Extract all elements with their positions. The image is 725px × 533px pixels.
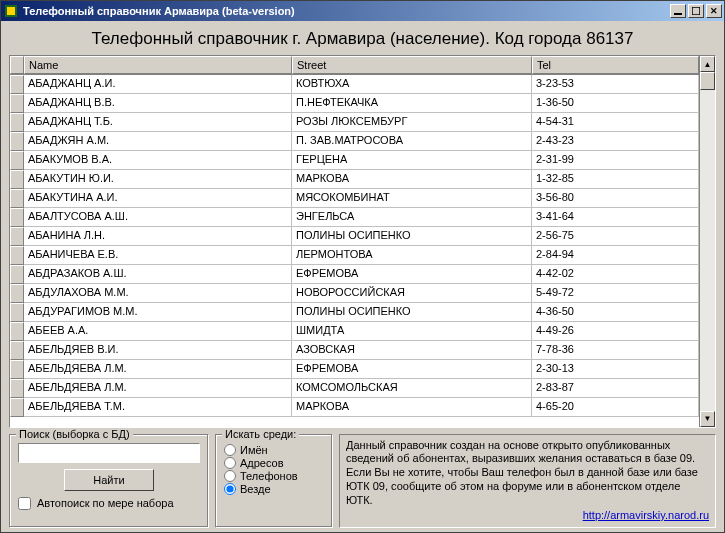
info-link[interactable]: http://armavirskiy.narod.ru — [346, 509, 709, 523]
cell-tel[interactable]: 2-30-13 — [532, 360, 699, 379]
cell-tel[interactable]: 4-65-20 — [532, 398, 699, 417]
cell-tel[interactable]: 2-84-94 — [532, 246, 699, 265]
search-input[interactable] — [18, 443, 200, 463]
row-header — [10, 303, 24, 322]
cell-name[interactable]: АБЕЛЬДЯЕВА Л.М. — [24, 379, 292, 398]
table-row[interactable]: АБАКУТИН Ю.И.МАРКОВА1-32-85 — [10, 170, 699, 189]
table-row[interactable]: АБАКУМОВ В.А.ГЕРЦЕНА2-31-99 — [10, 151, 699, 170]
radio-option[interactable]: Имён — [224, 444, 324, 456]
scroll-track[interactable] — [700, 90, 715, 411]
cell-name[interactable]: АБАДЖАНЦ А.И. — [24, 75, 292, 94]
cell-name[interactable]: АБАНИЧЕВА Е.В. — [24, 246, 292, 265]
cell-tel[interactable]: 2-31-99 — [532, 151, 699, 170]
find-button[interactable]: Найти — [64, 469, 154, 491]
cell-street[interactable]: МАРКОВА — [292, 170, 532, 189]
cell-name[interactable]: АБАКУТИН Ю.И. — [24, 170, 292, 189]
minimize-button[interactable] — [670, 4, 686, 18]
cell-street[interactable]: ЕФРЕМОВА — [292, 360, 532, 379]
cell-tel[interactable]: 4-36-50 — [532, 303, 699, 322]
cell-street[interactable]: ПОЛИНЫ ОСИПЕНКО — [292, 303, 532, 322]
cell-name[interactable]: АБАДЖАНЦ В.В. — [24, 94, 292, 113]
table-row[interactable]: АБАКУТИНА А.И.МЯСОКОМБИНАТ3-56-80 — [10, 189, 699, 208]
table-row[interactable]: АБАДЖАНЦ А.И.КОВТЮХА3-23-53 — [10, 75, 699, 94]
radio-input[interactable] — [224, 470, 236, 482]
cell-street[interactable]: П.НЕФТЕКАЧКА — [292, 94, 532, 113]
scroll-down-button[interactable]: ▼ — [700, 411, 715, 427]
close-button[interactable]: ✕ — [706, 4, 722, 18]
cell-name[interactable]: АБЕЛЬДЯЕВА Т.М. — [24, 398, 292, 417]
cell-street[interactable]: АЗОВСКАЯ — [292, 341, 532, 360]
cell-tel[interactable]: 2-56-75 — [532, 227, 699, 246]
cell-tel[interactable]: 1-36-50 — [532, 94, 699, 113]
cell-name[interactable]: АБАКУМОВ В.А. — [24, 151, 292, 170]
cell-name[interactable]: АБДУЛАХОВА М.М. — [24, 284, 292, 303]
cell-street[interactable]: ЭНГЕЛЬСА — [292, 208, 532, 227]
cell-street[interactable]: П. ЗАВ.МАТРОСОВА — [292, 132, 532, 151]
vertical-scrollbar[interactable]: ▲ ▼ — [699, 56, 715, 427]
cell-tel[interactable]: 1-32-85 — [532, 170, 699, 189]
table-row[interactable]: АБЕЛЬДЯЕВА Л.М.КОМСОМОЛЬСКАЯ2-83-87 — [10, 379, 699, 398]
cell-street[interactable]: МАРКОВА — [292, 398, 532, 417]
table-row[interactable]: АБАДЖАНЦ В.В.П.НЕФТЕКАЧКА1-36-50 — [10, 94, 699, 113]
radio-option[interactable]: Везде — [224, 483, 324, 495]
cell-tel[interactable]: 4-42-02 — [532, 265, 699, 284]
cell-street[interactable]: ГЕРЦЕНА — [292, 151, 532, 170]
radio-input[interactable] — [224, 444, 236, 456]
cell-tel[interactable]: 2-83-87 — [532, 379, 699, 398]
cell-tel[interactable]: 2-43-23 — [532, 132, 699, 151]
cell-street[interactable]: МЯСОКОМБИНАТ — [292, 189, 532, 208]
cell-tel[interactable]: 4-49-26 — [532, 322, 699, 341]
table-row[interactable]: АБДУРАГИМОВ М.М.ПОЛИНЫ ОСИПЕНКО4-36-50 — [10, 303, 699, 322]
column-header-street[interactable]: Street — [292, 56, 532, 74]
cell-tel[interactable]: 3-56-80 — [532, 189, 699, 208]
cell-name[interactable]: АБЕЛЬДЯЕВ В.И. — [24, 341, 292, 360]
table-row[interactable]: АБАЛТУСОВА А.Ш.ЭНГЕЛЬСА3-41-64 — [10, 208, 699, 227]
cell-name[interactable]: АБДУРАГИМОВ М.М. — [24, 303, 292, 322]
table-row[interactable]: АБЕЛЬДЯЕВА Т.М.МАРКОВА4-65-20 — [10, 398, 699, 417]
cell-street[interactable]: НОВОРОССИЙСКАЯ — [292, 284, 532, 303]
radio-option[interactable]: Телефонов — [224, 470, 324, 482]
cell-name[interactable]: АБАЛТУСОВА А.Ш. — [24, 208, 292, 227]
table-row[interactable]: АБАДЖЯН А.М.П. ЗАВ.МАТРОСОВА2-43-23 — [10, 132, 699, 151]
maximize-button[interactable] — [688, 4, 704, 18]
table-row[interactable]: АБАНИЧЕВА Е.В.ЛЕРМОНТОВА2-84-94 — [10, 246, 699, 265]
cell-tel[interactable]: 3-41-64 — [532, 208, 699, 227]
cell-tel[interactable]: 5-49-72 — [532, 284, 699, 303]
radio-label: Имён — [240, 444, 268, 456]
cell-tel[interactable]: 3-23-53 — [532, 75, 699, 94]
cell-name[interactable]: АБЕЕВ А.А. — [24, 322, 292, 341]
table-row[interactable]: АБДРАЗАКОВ А.Ш.ЕФРЕМОВА4-42-02 — [10, 265, 699, 284]
table-row[interactable]: АБАНИНА Л.Н.ПОЛИНЫ ОСИПЕНКО2-56-75 — [10, 227, 699, 246]
row-header — [10, 151, 24, 170]
scroll-up-button[interactable]: ▲ — [700, 56, 715, 72]
cell-street[interactable]: ЛЕРМОНТОВА — [292, 246, 532, 265]
column-header-name[interactable]: Name — [24, 56, 292, 74]
cell-street[interactable]: КОВТЮХА — [292, 75, 532, 94]
cell-street[interactable]: РОЗЫ ЛЮКСЕМБУРГ — [292, 113, 532, 132]
cell-name[interactable]: АБДРАЗАКОВ А.Ш. — [24, 265, 292, 284]
cell-street[interactable]: ПОЛИНЫ ОСИПЕНКО — [292, 227, 532, 246]
table-row[interactable]: АБЕЛЬДЯЕВА Л.М.ЕФРЕМОВА2-30-13 — [10, 360, 699, 379]
cell-name[interactable]: АБАДЖАНЦ Т.Б. — [24, 113, 292, 132]
table-row[interactable]: АБДУЛАХОВА М.М.НОВОРОССИЙСКАЯ5-49-72 — [10, 284, 699, 303]
cell-name[interactable]: АБЕЛЬДЯЕВА Л.М. — [24, 360, 292, 379]
autosuggest-row[interactable]: Автопоиск по мере набора — [18, 497, 200, 510]
radio-option[interactable]: Адресов — [224, 457, 324, 469]
autosuggest-checkbox[interactable] — [18, 497, 31, 510]
cell-name[interactable]: АБАНИНА Л.Н. — [24, 227, 292, 246]
cell-tel[interactable]: 4-54-31 — [532, 113, 699, 132]
cell-name[interactable]: АБАДЖЯН А.М. — [24, 132, 292, 151]
cell-tel[interactable]: 7-78-36 — [532, 341, 699, 360]
radio-input[interactable] — [224, 483, 236, 495]
cell-street[interactable]: ШМИДТА — [292, 322, 532, 341]
cell-street[interactable]: ЕФРЕМОВА — [292, 265, 532, 284]
table-row[interactable]: АБЕЕВ А.А.ШМИДТА4-49-26 — [10, 322, 699, 341]
scroll-thumb[interactable] — [700, 72, 715, 90]
cell-street[interactable]: КОМСОМОЛЬСКАЯ — [292, 379, 532, 398]
table-row[interactable]: АБАДЖАНЦ Т.Б.РОЗЫ ЛЮКСЕМБУРГ4-54-31 — [10, 113, 699, 132]
table-row[interactable]: АБЕЛЬДЯЕВ В.И.АЗОВСКАЯ7-78-36 — [10, 341, 699, 360]
column-header-tel[interactable]: Tel — [532, 56, 699, 74]
cell-name[interactable]: АБАКУТИНА А.И. — [24, 189, 292, 208]
radio-input[interactable] — [224, 457, 236, 469]
titlebar[interactable]: Телефонный справочник Армавира (beta-ver… — [1, 1, 724, 21]
